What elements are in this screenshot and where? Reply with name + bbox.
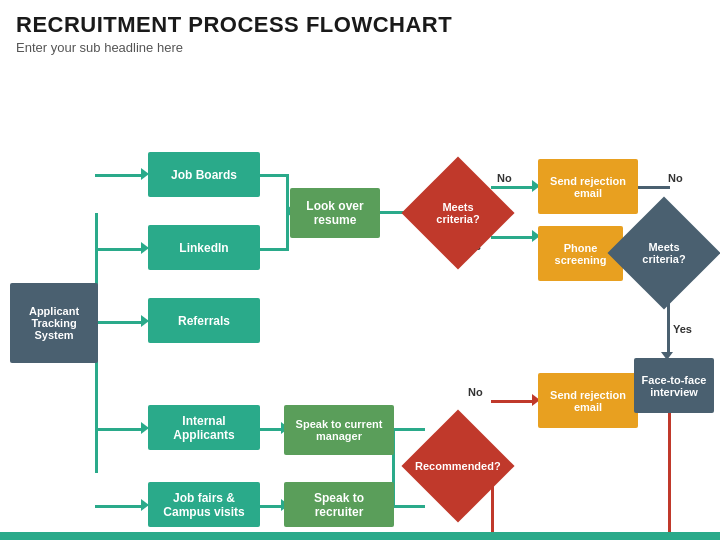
line-scm-rec	[392, 428, 425, 431]
face-to-face-box: Face-to-face interview	[634, 358, 714, 413]
label-no3: No	[468, 386, 483, 398]
label-yes2: Yes	[673, 323, 692, 335]
line-ats-ia	[95, 428, 145, 431]
speak-recruiter-box: Speak to recruiter	[284, 482, 394, 527]
send-rejection-email-1-box: Send rejection email	[538, 159, 638, 214]
line-sr-rec	[392, 505, 425, 508]
main-title: RECRUITMENT PROCESS FLOWCHART	[16, 12, 704, 38]
line-mc-rej1	[491, 186, 536, 189]
send-rejection-email-2-box: Send rejection email	[538, 373, 638, 428]
line-li-lor	[260, 248, 288, 251]
line-ats-ref	[95, 321, 145, 324]
recommended-label: Recommended?	[415, 460, 501, 472]
line-ats-li	[95, 248, 145, 251]
label-no2: No	[668, 172, 683, 184]
line-mc2-ftf	[667, 298, 670, 356]
line-ats-jb	[95, 174, 145, 177]
look-over-resume-box: Look over resume	[290, 188, 380, 238]
job-fairs-box: Job fairs & Campus visits	[148, 482, 260, 527]
line-rec-rej2	[491, 400, 536, 403]
flowchart: No Yes No Yes No Yes Applicant Tracking …	[0, 68, 720, 534]
line-ats-jf	[95, 505, 145, 508]
sub-title: Enter your sub headline here	[16, 40, 704, 55]
linkedin-box: LinkedIn	[148, 225, 260, 270]
line-mc-ps	[491, 236, 536, 239]
internal-applicants-box: Internal Applicants	[148, 405, 260, 450]
meets-criteria-2-label: Meets criteria?	[624, 241, 704, 265]
line-rec-yes-v2	[668, 408, 671, 540]
job-boards-box: Job Boards	[148, 152, 260, 197]
header: RECRUITMENT PROCESS FLOWCHART Enter your…	[0, 0, 720, 59]
bottom-bar	[0, 532, 720, 540]
speak-current-manager-box: Speak to current manager	[284, 405, 394, 455]
meets-criteria-label: Meets criteria?	[418, 201, 498, 225]
referrals-box: Referrals	[148, 298, 260, 343]
line-jb-lor	[260, 174, 288, 177]
line-h0	[95, 213, 98, 215]
label-no1: No	[497, 172, 512, 184]
ats-box: Applicant Tracking System	[10, 283, 98, 363]
